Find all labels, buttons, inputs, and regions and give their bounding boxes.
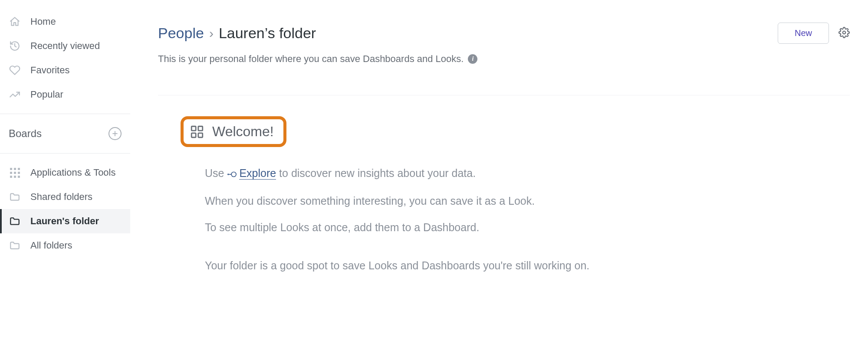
welcome-line-2: When you discover something interesting,…	[205, 193, 827, 209]
nav-applications-tools[interactable]: Applications & Tools	[0, 160, 130, 185]
breadcrumb-current: Lauren’s folder	[219, 25, 316, 42]
svg-point-0	[843, 31, 846, 34]
nav-laurens-folder[interactable]: Lauren's folder	[0, 209, 130, 233]
heart-icon	[9, 64, 21, 76]
nav-recently-viewed[interactable]: Recently viewed	[0, 34, 130, 58]
compass-icon	[227, 166, 237, 183]
page-header: People › Lauren’s folder New	[158, 23, 850, 44]
apps-grid-icon	[9, 167, 21, 179]
dashboard-grid-icon	[190, 124, 204, 139]
svg-rect-3	[191, 133, 196, 137]
breadcrumb: People › Lauren’s folder	[158, 25, 316, 42]
nav-label: All folders	[30, 240, 72, 251]
nav-label: Lauren's folder	[30, 216, 99, 227]
nav-shared-folders[interactable]: Shared folders	[0, 185, 130, 209]
folder-icon	[9, 191, 21, 203]
welcome-heading-highlight: Welcome!	[181, 116, 286, 147]
folder-icon	[9, 215, 21, 227]
welcome-line-3: To see multiple Looks at once, add them …	[205, 219, 827, 236]
new-button[interactable]: New	[778, 23, 829, 44]
svg-point-5	[231, 172, 236, 177]
trend-icon	[9, 88, 21, 101]
divider	[0, 114, 130, 114]
gear-icon[interactable]	[838, 27, 850, 40]
boards-label: Boards	[9, 128, 42, 140]
header-actions: New	[778, 23, 850, 44]
svg-rect-4	[198, 133, 203, 137]
welcome-body: Use Explore to discover new insights abo…	[181, 165, 827, 274]
nav-label: Favorites	[30, 65, 69, 76]
nav-label: Popular	[30, 89, 63, 100]
explore-link[interactable]: Explore	[239, 167, 276, 180]
sidebar: Home Recently viewed Favorites Popular B…	[0, 0, 130, 360]
home-icon	[9, 16, 21, 28]
primary-nav: Home Recently viewed Favorites Popular	[0, 10, 130, 107]
nav-popular[interactable]: Popular	[0, 82, 130, 107]
nav-favorites[interactable]: Favorites	[0, 58, 130, 82]
nav-label: Shared folders	[30, 191, 92, 203]
chevron-right-icon: ›	[209, 26, 214, 41]
svg-rect-1	[191, 126, 196, 131]
divider	[0, 153, 130, 154]
nav-all-folders[interactable]: All folders	[0, 233, 130, 258]
nav-label: Applications & Tools	[30, 167, 116, 178]
nav-home[interactable]: Home	[0, 10, 130, 34]
welcome-line-4: Your folder is a good spot to save Looks…	[205, 258, 827, 274]
folder-description: This is your personal folder where you c…	[158, 53, 850, 65]
history-icon	[9, 40, 21, 52]
welcome-line-1: Use Explore to discover new insights abo…	[205, 165, 827, 183]
breadcrumb-parent-link[interactable]: People	[158, 25, 204, 42]
folder-icon	[9, 239, 21, 252]
boards-section: Boards +	[0, 121, 130, 146]
description-text: This is your personal folder where you c…	[158, 53, 464, 65]
nav-label: Home	[30, 16, 56, 27]
main-content: People › Lauren’s folder New This is you…	[130, 0, 868, 360]
folders-nav: Applications & Tools Shared folders Laur…	[0, 160, 130, 258]
nav-label: Recently viewed	[30, 40, 100, 52]
welcome-card: Welcome! Use Explore to discover new ins…	[158, 95, 850, 305]
svg-rect-2	[198, 126, 203, 131]
welcome-title: Welcome!	[212, 124, 274, 140]
add-board-button[interactable]: +	[108, 127, 122, 140]
info-icon[interactable]: i	[468, 54, 477, 64]
